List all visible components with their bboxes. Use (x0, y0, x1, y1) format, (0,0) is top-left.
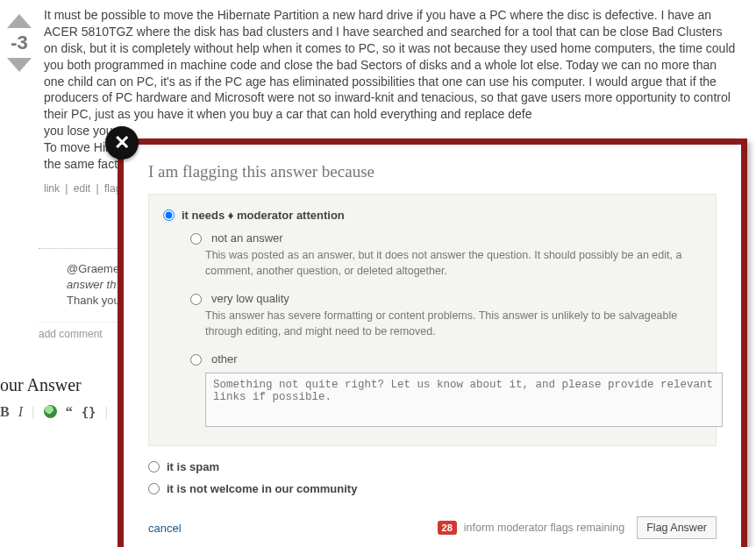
radio-mod-attention[interactable] (163, 210, 175, 221)
quote-button[interactable]: “ (66, 404, 73, 420)
link-action[interactable]: link (44, 182, 60, 195)
radio-very-low-quality[interactable] (190, 294, 202, 305)
upvote-icon[interactable] (7, 14, 32, 28)
flag-dialog: ✕ I am flagging this answer because it n… (118, 139, 747, 547)
edit-action[interactable]: edit (74, 182, 90, 195)
link-button[interactable] (44, 405, 57, 418)
flag-answer-button[interactable]: Flag Answer (637, 516, 717, 539)
label-not-an-answer[interactable]: not an answer (211, 231, 283, 245)
radio-not-an-answer[interactable] (190, 233, 202, 245)
label-other[interactable]: other (211, 352, 238, 366)
flags-remaining-count: 28 (438, 521, 457, 535)
desc-very-low-quality: This answer has severe formatting or con… (205, 309, 702, 339)
vote-score: -3 (0, 32, 39, 54)
code-button[interactable]: {} (82, 405, 96, 419)
downvote-icon[interactable] (7, 58, 32, 72)
other-reason-input[interactable] (205, 373, 723, 427)
dialog-title: I am flagging this answer because (148, 162, 717, 181)
label-spam[interactable]: it is spam (167, 460, 219, 473)
flags-remaining: 28 inform moderator flags remaining (438, 521, 625, 535)
bold-button[interactable]: B (0, 404, 10, 420)
italic-button[interactable]: I (18, 404, 23, 420)
radio-other[interactable] (190, 354, 202, 366)
label-very-low-quality[interactable]: very low quality (211, 292, 289, 305)
close-icon[interactable]: ✕ (105, 126, 139, 160)
cancel-button[interactable]: cancel (148, 522, 182, 535)
radio-not-welcome[interactable] (148, 483, 160, 494)
label-not-welcome[interactable]: it is not welcome in our community (167, 482, 357, 495)
radio-spam[interactable] (148, 461, 160, 472)
desc-not-an-answer: This was posted as an answer, but it doe… (205, 248, 702, 279)
label-mod-attention[interactable]: it needs ♦ moderator attention (182, 209, 345, 222)
